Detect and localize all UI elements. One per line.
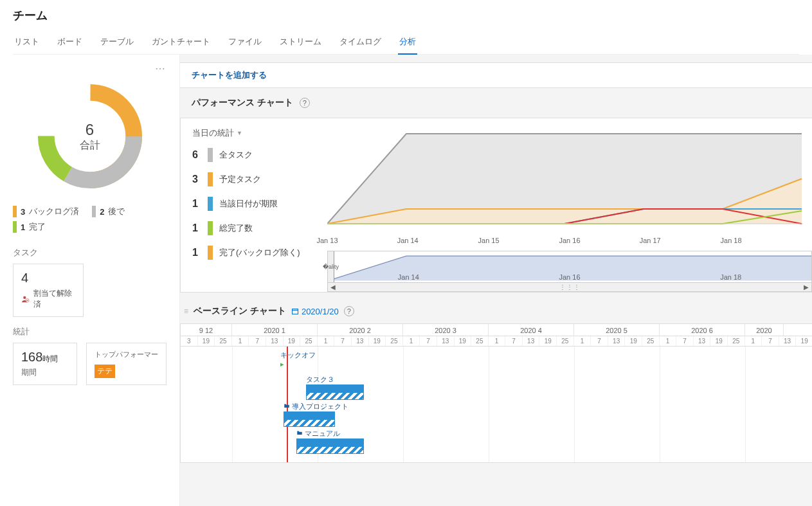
folder-icon xyxy=(284,402,290,409)
gantt-day-label: 19 xyxy=(625,336,642,346)
help-icon[interactable]: ? xyxy=(300,98,310,108)
series-item-all[interactable]: 6 全タスク xyxy=(192,148,321,162)
view-tabs: リスト ボード テーブル ガントチャート ファイル ストリーム タイムログ 分析 xyxy=(13,32,799,55)
tab-table[interactable]: テーブル xyxy=(99,32,135,54)
more-icon[interactable]: ⋯ xyxy=(155,62,167,75)
gantt-day-label: 13 xyxy=(608,336,626,346)
gantt-task-label: キックオフ xyxy=(280,350,316,360)
x-label: Jan 13 xyxy=(316,237,338,244)
series-count: 1 xyxy=(192,198,201,210)
performance-chart-title: パフォーマンス チャート xyxy=(192,97,293,109)
performance-chart-panel: 当日の統計 ▼ 6 全タスク 3 予定タスク xyxy=(180,118,812,293)
gantt-body[interactable]: キックオフ ▸ タスク３ 導入プロジェクト xyxy=(181,347,812,462)
swatch-icon xyxy=(208,172,213,186)
gantt-task-label: タスク３ xyxy=(306,375,364,384)
unassigned-label: 割当て解除済 xyxy=(33,288,75,310)
mini-x-label: Jan 16 xyxy=(559,273,580,281)
top-performer-card[interactable]: トップパフォーマー テテ xyxy=(86,343,167,385)
series-count: 1 xyxy=(192,247,201,258)
baseline-chart-title: ベースライン チャート xyxy=(194,305,286,317)
series-label: 全タスク xyxy=(219,149,253,161)
series-item-completed[interactable]: 1 総完了数 xyxy=(192,221,321,235)
gantt-task-task3[interactable]: タスク３ xyxy=(306,375,364,400)
legend-item-backlog[interactable]: 3 バックログ済 xyxy=(13,206,79,217)
legend-label: 後で xyxy=(108,206,125,217)
swatch-icon xyxy=(92,206,96,217)
stats-scope-dropdown[interactable]: 当日の統計 ▼ xyxy=(192,127,321,139)
svg-rect-9 xyxy=(292,309,298,314)
gantt-days-row: 3 19 25 17131925171319251713192517131925… xyxy=(181,336,812,347)
legend-label: 完了 xyxy=(29,221,46,233)
donut-total-label: 合計 xyxy=(80,139,100,152)
gantt-day-label: 25 xyxy=(728,336,745,346)
gantt-day-label: 25 xyxy=(471,336,489,346)
series-item-completed-ex[interactable]: 1 完了(バックログ除く) xyxy=(192,246,321,260)
series-item-due[interactable]: 1 当該日付が期限 xyxy=(192,197,321,211)
legend-item-later[interactable]: 2 後で xyxy=(92,206,125,217)
tab-analytics[interactable]: 分析 xyxy=(398,32,417,54)
gantt-day-label: 13 xyxy=(437,336,455,346)
swatch-icon xyxy=(208,246,213,260)
baseline-date-picker[interactable]: 2020/1/20 xyxy=(291,307,339,316)
gantt-month-label: 9 12 xyxy=(181,324,232,336)
overview-range-selector[interactable]: �ality Jan 14 Jan 16 Jan 18 xyxy=(327,251,812,283)
gantt-day-label: 7 xyxy=(762,336,779,346)
legend-count: 1 xyxy=(21,222,25,232)
tab-timelog[interactable]: タイムログ xyxy=(338,32,383,54)
gantt-day-label: 19 xyxy=(284,336,301,346)
tab-list[interactable]: リスト xyxy=(13,32,41,54)
swatch-icon xyxy=(208,197,213,211)
series-item-planned[interactable]: 3 予定タスク xyxy=(192,172,321,186)
duration-card[interactable]: 168時間 期間 xyxy=(13,343,77,385)
help-icon[interactable]: ? xyxy=(344,306,354,316)
gantt-task-kickoff[interactable]: キックオフ ▸ xyxy=(280,350,316,368)
dropdown-label: 当日の統計 xyxy=(192,127,234,139)
stats-heading: 統計 xyxy=(13,326,167,338)
gantt-day-label: 1 xyxy=(660,336,677,346)
gantt-month-label: 2020 2 xyxy=(318,324,403,336)
gantt-day-label: 13 xyxy=(523,336,540,346)
tab-file[interactable]: ファイル xyxy=(227,32,263,54)
gantt-bar-baseline xyxy=(306,392,364,400)
gantt-bar[interactable] xyxy=(284,411,335,419)
scroll-right-icon[interactable]: ▶ xyxy=(804,284,809,291)
scroll-grip-icon[interactable]: ⋮⋮⋮ xyxy=(559,284,581,291)
donut-legend: 3 バックログ済 2 後で 1 完了 xyxy=(13,206,167,233)
drag-handle-icon[interactable]: ≡ xyxy=(184,307,188,316)
top-performer-label: トップパフォーマー xyxy=(95,350,158,359)
gantt-month-label: 2020 4 xyxy=(489,324,574,336)
gantt-day-label: 1 xyxy=(318,336,335,346)
scroll-left-icon[interactable]: ◀ xyxy=(330,284,336,291)
gantt-day-label: 1 xyxy=(403,336,420,346)
add-chart-button[interactable]: チャートを追加する xyxy=(180,62,812,88)
tab-stream[interactable]: ストリーム xyxy=(278,32,323,54)
donut-total-value: 6 xyxy=(80,121,100,139)
gantt-month-label: 2020 5 xyxy=(574,324,660,336)
gantt-month-label: 2020 3 xyxy=(403,324,489,336)
overview-scrollbar[interactable]: ◀ ⋮⋮⋮ ▶ xyxy=(327,283,812,292)
series-count: 6 xyxy=(192,149,201,161)
gantt-month-label: 2020 1 xyxy=(232,324,318,336)
gantt-day-label: 1 xyxy=(489,336,506,346)
series-label: 当該日付が期限 xyxy=(219,198,278,210)
legend-item-done[interactable]: 1 完了 xyxy=(13,221,46,233)
gantt-day-label: 25 xyxy=(386,336,403,346)
person-remove-icon xyxy=(21,294,30,303)
baseline-date-value: 2020/1/20 xyxy=(302,307,339,316)
gantt-bar[interactable] xyxy=(306,384,364,392)
gantt-day-label: 1 xyxy=(232,336,249,346)
gantt-bar-baseline xyxy=(284,419,335,427)
unassigned-card[interactable]: 4 割当て解除済 xyxy=(13,264,84,317)
gantt-task-manual[interactable]: マニュアル xyxy=(296,429,364,454)
gantt-day-label: 1 xyxy=(745,336,762,346)
tab-gantt[interactable]: ガントチャート xyxy=(150,32,212,54)
gantt-bar[interactable] xyxy=(296,438,364,446)
gantt-bar-baseline xyxy=(296,446,364,454)
gantt-task-intro-project[interactable]: 導入プロジェクト xyxy=(284,402,348,427)
chevron-down-icon: ▼ xyxy=(237,130,242,136)
gantt-day-label: 3 xyxy=(181,336,198,346)
tab-board[interactable]: ボード xyxy=(56,32,84,54)
calendar-icon xyxy=(291,307,299,315)
x-label: Jan 14 xyxy=(397,237,419,244)
tasks-heading: タスク xyxy=(13,247,167,258)
